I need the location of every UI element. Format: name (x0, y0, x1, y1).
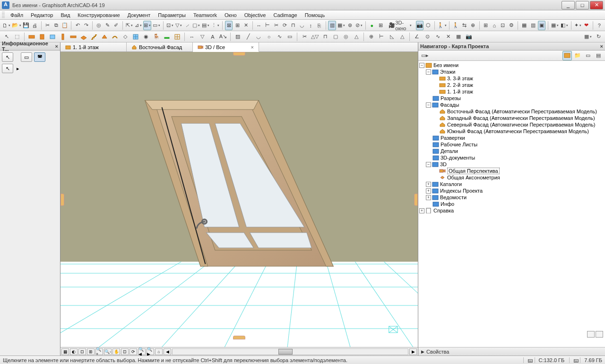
gravity-button[interactable]: ▽ (175, 21, 182, 30)
tree-details[interactable]: Детали (418, 148, 605, 154)
tree-elev-w[interactable]: Западный Фасад (Автоматически Перестраив… (418, 115, 605, 121)
help-button[interactable]: ? (596, 21, 603, 30)
tree-info[interactable]: Инфо (418, 201, 605, 207)
zoom-in[interactable]: 🔍+ (95, 348, 103, 355)
navigator-tree[interactable]: −Без имени −Этажи 3. 3-й этаж 2. 2-й эта… (418, 61, 605, 347)
viewport-grip-right[interactable] (414, 194, 418, 206)
text-tool[interactable]: A (208, 32, 217, 42)
publisher-button[interactable]: ▤ (594, 51, 603, 60)
tree-interior[interactable]: Развертки (418, 135, 605, 141)
menu-design[interactable]: Конструирование (74, 11, 123, 19)
radial-dim-tool[interactable]: ⊙ (423, 32, 432, 42)
pick-button[interactable]: ◎ (95, 21, 103, 30)
intersect-button[interactable]: ⊓ (290, 21, 297, 30)
ruler-button[interactable]: ⟋ (183, 21, 191, 30)
worksheet-tool[interactable]: ▢ (331, 32, 340, 42)
measure-button[interactable]: ↔ (255, 21, 263, 30)
arrow-mode-4[interactable]: ↖ (2, 64, 13, 73)
explore-1[interactable]: 🚶 (452, 21, 459, 30)
grid-element-tool[interactable]: ⊕ (366, 32, 376, 42)
change-tool[interactable]: △ (352, 32, 361, 42)
eyedropper-button[interactable]: ✎ (104, 21, 112, 30)
tree-sections[interactable]: Разрезы (418, 95, 605, 102)
curtain-wall-tool[interactable] (131, 32, 140, 42)
tree-elev-n[interactable]: Северный Фасад (Автоматически Перестраив… (418, 121, 605, 128)
mesh-tool[interactable] (173, 32, 182, 42)
tree-floor-1[interactable]: 1. 1-й этаж (418, 88, 605, 95)
tree-floors[interactable]: −Этажи (418, 68, 605, 75)
green-dot-icon[interactable]: ● (368, 21, 376, 30)
snap-points-button[interactable]: ⋮ (211, 21, 220, 30)
group-button[interactable]: ⊞ (233, 21, 241, 30)
detail-tool[interactable]: ◎ (341, 32, 351, 42)
paste-button[interactable]: 📋 (61, 21, 69, 30)
arrow-mode-arrow[interactable]: ▸ (15, 64, 21, 73)
viewport-grip-left[interactable] (60, 194, 64, 206)
menu-objective[interactable]: Objective (241, 11, 270, 19)
3d-viewport[interactable] (60, 52, 418, 347)
object-tool[interactable]: 🪑 (152, 32, 161, 42)
minimize-button[interactable]: _ (562, 1, 575, 9)
tree-3d-axon[interactable]: Общая Аксонометрия (418, 174, 605, 181)
viewport-grip-bottom[interactable] (233, 336, 245, 339)
layout-3[interactable]: ▣ (538, 21, 545, 30)
view-map-button[interactable]: 📁 (573, 51, 582, 60)
skylight-tool[interactable]: ◇ (121, 32, 130, 42)
hotspot-tool[interactable]: ✕ (443, 32, 453, 42)
open-file-button[interactable]: 📂 (12, 21, 21, 30)
perspective-button[interactable]: 📷 (416, 21, 424, 30)
tree-elev-e[interactable]: Восточный Фасад (Автоматически Перестраи… (418, 108, 605, 115)
wall-tool[interactable] (27, 32, 36, 42)
menu-document[interactable]: Документ (124, 11, 155, 19)
new-file-button[interactable]: 🗋 (2, 21, 11, 30)
tree-help[interactable]: +Справка (418, 207, 605, 214)
slab-tool[interactable] (79, 32, 88, 42)
tree-elev-s[interactable]: Южный Фасад (Автоматически Перестраиваем… (418, 128, 605, 135)
label-tool[interactable]: A↘ (218, 32, 228, 42)
corner-window-tool[interactable]: ◺ (387, 32, 397, 42)
arc-tool[interactable]: ◡ (254, 32, 263, 42)
3d-window-dropdown[interactable]: 🎥 3D-окно (385, 21, 415, 30)
redo-button[interactable]: ↷ (82, 21, 90, 30)
nav-corner-2[interactable] (596, 331, 603, 338)
surface-snap-button[interactable]: ▤ (201, 21, 210, 30)
snap-guide-2[interactable]: ⊿ (134, 21, 142, 30)
render-button[interactable]: ▦ (551, 21, 559, 30)
find-button[interactable]: ❤ (583, 21, 590, 30)
home-view[interactable]: ⌂ (155, 348, 163, 355)
floor-plan-button[interactable]: ⊞ (377, 21, 384, 30)
menu-help[interactable]: Помощь (301, 11, 329, 19)
explore-2[interactable]: ⇆ (460, 21, 468, 30)
quick-opt-2[interactable]: ◐ (70, 348, 78, 355)
menu-options[interactable]: Параметры (154, 11, 190, 19)
tab-3d[interactable]: 3D / Все × (193, 42, 259, 52)
menu-file[interactable]: Файл (7, 11, 27, 19)
lamp-tool[interactable]: △ (398, 32, 407, 42)
cut-button[interactable]: ✂ (43, 21, 51, 30)
arrow-mode-2[interactable]: ▭ (21, 52, 32, 62)
spline-tool[interactable]: ∿ (433, 32, 442, 42)
camera-tool[interactable]: 📷 (464, 32, 474, 42)
project-map-button[interactable] (562, 51, 572, 60)
tree-indexes[interactable]: +Индексы Проекта (418, 187, 605, 194)
quick-opt-1[interactable]: ▦ (61, 348, 69, 355)
layout-book-button[interactable]: ▭ (583, 51, 593, 60)
trace-button[interactable]: ▥ (328, 21, 336, 30)
menu-cadimage[interactable]: Cadimage (269, 11, 301, 19)
tree-worksheets[interactable]: Рабочие Листы (418, 141, 605, 148)
save-button[interactable]: 💾 (22, 21, 30, 30)
arrow-tool[interactable]: ↖ (2, 32, 11, 42)
window-tool[interactable] (48, 32, 57, 42)
print-button[interactable]: 🖨 (31, 21, 38, 30)
quick-opt-4[interactable]: ⊞ (87, 348, 95, 355)
fill-tool[interactable]: ▨ (233, 32, 242, 42)
level-dim-tool[interactable]: ▽ (198, 32, 207, 42)
nav-floor-2[interactable]: ⊡ (499, 21, 507, 30)
view-options-button[interactable]: ▦ (583, 32, 593, 42)
layout-2[interactable]: ▥ (529, 21, 536, 30)
tree-3d-docs[interactable]: 3D-документы (418, 154, 605, 161)
tree-3d-perspective[interactable]: Общая Перспектива (418, 168, 605, 174)
tree-root[interactable]: −Без имени (418, 62, 605, 68)
split-button[interactable]: ✂ (272, 21, 280, 30)
quick-opt-3[interactable]: ⊡ (78, 348, 86, 355)
